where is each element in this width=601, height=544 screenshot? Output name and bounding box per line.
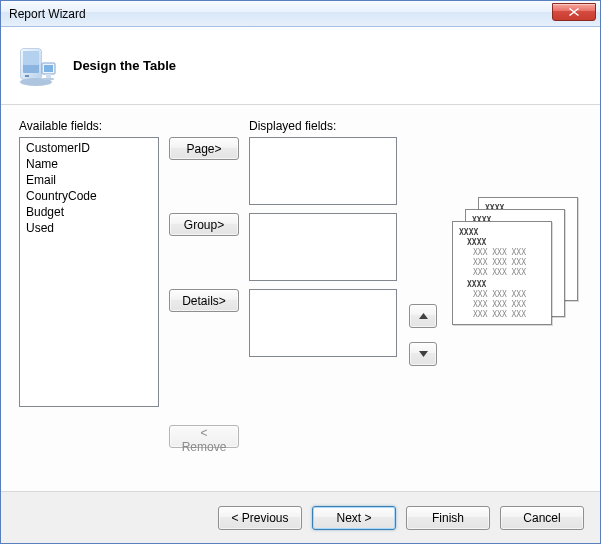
page-fields-listbox[interactable]: [249, 137, 397, 205]
computer-icon: [13, 43, 59, 89]
displayed-fields-label: Displayed fields:: [249, 119, 397, 133]
move-up-button[interactable]: [409, 304, 437, 328]
next-button[interactable]: Next >: [312, 506, 396, 530]
triangle-up-icon: [419, 313, 428, 319]
list-item[interactable]: Email: [26, 172, 152, 188]
details-fields-listbox[interactable]: [249, 289, 397, 357]
finish-button[interactable]: Finish: [406, 506, 490, 530]
svg-rect-4: [25, 75, 29, 77]
wizard-footer: < Previous Next > Finish Cancel: [1, 491, 600, 543]
wizard-body: Available fields: Displayed fields: Cust…: [1, 105, 600, 491]
details-button[interactable]: Details>: [169, 289, 239, 312]
wizard-header: Design the Table: [1, 27, 600, 105]
triangle-down-icon: [419, 351, 428, 357]
svg-rect-9: [43, 78, 54, 80]
list-item[interactable]: CustomerID: [26, 140, 152, 156]
list-item[interactable]: CountryCode: [26, 188, 152, 204]
list-item[interactable]: Budget: [26, 204, 152, 220]
available-fields-listbox[interactable]: CustomerIDNameEmailCountryCodeBudgetUsed: [19, 137, 159, 407]
close-icon: [569, 8, 579, 16]
svg-rect-8: [46, 74, 51, 78]
previous-button[interactable]: < Previous: [218, 506, 302, 530]
titlebar: Report Wizard: [1, 1, 600, 27]
report-wizard-dialog: Report Wizard Design t: [0, 0, 601, 544]
group-button[interactable]: Group>: [169, 213, 239, 236]
wizard-heading: Design the Table: [73, 58, 176, 73]
layout-preview: XXXX XXXX XXXX XXXX XXX XXX XXX XXX XXX …: [452, 197, 578, 325]
list-item[interactable]: Used: [26, 220, 152, 236]
window-title: Report Wizard: [9, 7, 552, 21]
close-button[interactable]: [552, 3, 596, 21]
group-fields-listbox[interactable]: [249, 213, 397, 281]
cancel-button[interactable]: Cancel: [500, 506, 584, 530]
remove-button[interactable]: < Remove: [169, 425, 239, 448]
move-down-button[interactable]: [409, 342, 437, 366]
page-button[interactable]: Page>: [169, 137, 239, 160]
list-item[interactable]: Name: [26, 156, 152, 172]
available-fields-label: Available fields:: [19, 119, 159, 133]
svg-rect-7: [44, 65, 53, 72]
svg-rect-3: [23, 51, 39, 65]
